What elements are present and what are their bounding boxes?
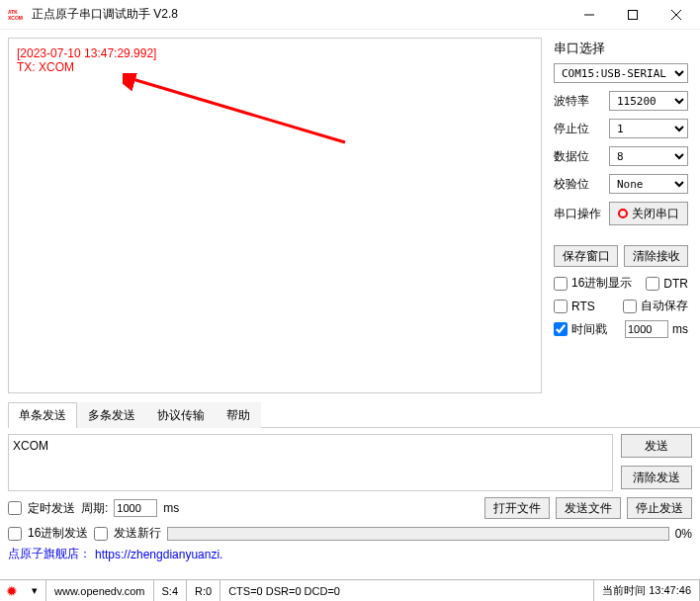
baud-label: 波特率 — [554, 93, 603, 110]
hex-display-label: 16进制显示 — [571, 275, 632, 292]
clear-recv-button[interactable]: 清除接收 — [624, 245, 688, 267]
period-input[interactable] — [114, 499, 157, 517]
dtr-label: DTR — [663, 277, 688, 291]
gear-icon[interactable]: ✹ — [0, 583, 24, 599]
open-file-button[interactable]: 打开文件 — [484, 497, 550, 519]
side-panel: 串口选择 COM15:USB-SERIAL CH34 波特率115200 停止位… — [542, 30, 700, 395]
send-tabs: 单条发送 多条发送 协议传输 帮助 — [8, 401, 700, 428]
stop-send-button[interactable]: 停止发送 — [627, 497, 692, 519]
main-area: [2023-07-10 13:47:29.992] TX: XCOM 串口选择 … — [0, 30, 700, 395]
progress-bar — [167, 527, 668, 541]
svg-rect-4 — [629, 10, 638, 19]
period-label: 周期: — [81, 500, 108, 517]
rts-label: RTS — [571, 300, 595, 313]
data-select[interactable]: 8 — [609, 146, 688, 166]
hex-display-checkbox[interactable] — [554, 277, 568, 291]
clear-send-button[interactable]: 清除发送 — [621, 466, 692, 489]
window-title: 正点原子串口调试助手 V2.8 — [32, 6, 568, 23]
minimize-button[interactable] — [568, 1, 611, 29]
control-row-1: 定时发送 周期: ms 打开文件 发送文件 停止发送 — [0, 491, 700, 519]
baud-select[interactable]: 115200 — [609, 91, 688, 111]
timestamp-label: 时间戳 — [571, 321, 607, 338]
send-area: 发送 清除发送 — [0, 428, 700, 491]
parity-label: 校验位 — [554, 176, 603, 193]
output-wrap: [2023-07-10 13:47:29.992] TX: XCOM — [0, 30, 542, 395]
timestamp-checkbox[interactable] — [554, 322, 568, 336]
svg-text:XCOM: XCOM — [8, 15, 23, 21]
stop-select[interactable]: 1 — [609, 119, 688, 138]
titlebar: ATKXCOM 正点原子串口调试助手 V2.8 — [0, 0, 700, 30]
annotation-arrow — [123, 73, 350, 147]
store-label: 点原子旗舰店： — [8, 546, 91, 562]
parity-select[interactable]: None — [609, 174, 688, 194]
close-button[interactable] — [655, 1, 698, 29]
data-label: 数据位 — [554, 148, 603, 165]
stop-label: 停止位 — [554, 121, 603, 137]
timed-send-checkbox[interactable] — [8, 501, 22, 515]
hex-send-checkbox[interactable] — [8, 527, 22, 541]
autosave-label: 自动保存 — [641, 298, 688, 314]
timed-send-label: 定时发送 — [28, 500, 75, 517]
status-line-state: CTS=0 DSR=0 DCD=0 — [220, 580, 594, 601]
timestamp-input[interactable] — [625, 320, 668, 338]
svg-line-8 — [132, 79, 345, 142]
dropdown-icon[interactable]: ▾ — [24, 580, 46, 601]
autosave-checkbox[interactable] — [623, 300, 637, 313]
tab-single-send[interactable]: 单条发送 — [8, 402, 77, 428]
status-url[interactable]: www.openedv.com — [46, 580, 154, 601]
progress-percent: 0% — [675, 527, 692, 541]
period-ms: ms — [163, 501, 179, 515]
store-link[interactable]: https://zhengdianyuanzi. — [95, 548, 222, 561]
send-input[interactable] — [8, 434, 613, 491]
port-op-label: 串口操作 — [554, 206, 603, 222]
store-row: 点原子旗舰店： https://zhengdianyuanzi. — [0, 542, 700, 562]
receive-output[interactable]: [2023-07-10 13:47:29.992] TX: XCOM — [8, 38, 542, 393]
output-line: TX: XCOM — [17, 60, 533, 74]
rts-checkbox[interactable] — [554, 300, 568, 313]
maximize-button[interactable] — [611, 1, 655, 29]
send-button[interactable]: 发送 — [621, 434, 692, 458]
port-select[interactable]: COM15:USB-SERIAL CH34 — [554, 63, 688, 83]
tab-help[interactable]: 帮助 — [216, 402, 261, 428]
app-logo: ATKXCOM — [8, 8, 26, 22]
save-window-button[interactable]: 保存窗口 — [554, 245, 618, 267]
status-recv: R:0 — [187, 580, 220, 601]
send-file-button[interactable]: 发送文件 — [556, 497, 621, 519]
tab-protocol[interactable]: 协议传输 — [146, 402, 216, 428]
output-timestamp: [2023-07-10 13:47:29.992] — [17, 46, 533, 60]
port-select-label: 串口选择 — [554, 40, 688, 57]
ms-label: ms — [672, 322, 688, 336]
status-time: 当前时间 13:47:46 — [594, 580, 700, 601]
hex-send-label: 16进制发送 — [28, 525, 88, 542]
tab-multi-send[interactable]: 多条发送 — [77, 402, 146, 428]
status-bar: ✹ ▾ www.openedv.com S:4 R:0 CTS=0 DSR=0 … — [0, 579, 700, 601]
dtr-checkbox[interactable] — [646, 277, 659, 291]
control-row-2: 16进制发送 发送新行 0% — [0, 519, 700, 542]
newline-checkbox[interactable] — [94, 527, 108, 541]
close-port-button[interactable]: 关闭串口 — [609, 202, 688, 225]
status-sent: S:4 — [154, 580, 188, 601]
newline-label: 发送新行 — [114, 525, 161, 542]
port-status-icon — [618, 209, 628, 218]
